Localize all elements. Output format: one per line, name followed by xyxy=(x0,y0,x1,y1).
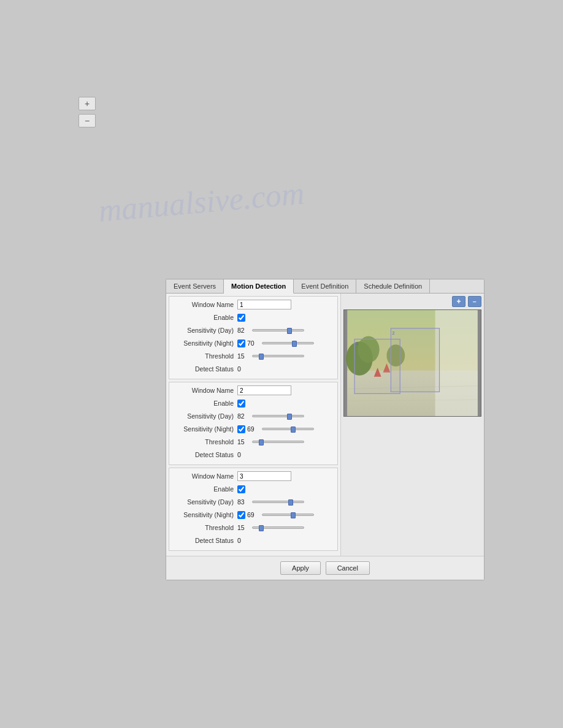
top-add-button[interactable]: + xyxy=(79,97,96,110)
label-threshold-3: Threshold xyxy=(173,524,237,531)
label-detect-status-2: Detect Status xyxy=(173,451,237,458)
preview-remove-button[interactable]: − xyxy=(468,296,481,307)
tab-event-definition[interactable]: Event Definition xyxy=(294,279,356,293)
slider-sens-night-1[interactable] xyxy=(262,342,334,344)
value-threshold-2: 15 xyxy=(237,438,250,446)
svg-rect-9 xyxy=(391,328,439,392)
value-sens-day-1: 82 xyxy=(237,327,250,334)
preview-column: + − xyxy=(341,294,484,556)
value-detect-status-2: 0 xyxy=(237,451,250,458)
label-threshold-2: Threshold xyxy=(173,438,237,446)
label-detect-status-1: Detect Status xyxy=(173,365,237,373)
tab-event-servers[interactable]: Event Servers xyxy=(166,279,224,293)
value-sens-night-3: 69 xyxy=(247,511,259,518)
checkbox-sens-night-3[interactable] xyxy=(237,511,245,519)
value-detect-status-1: 0 xyxy=(237,365,250,373)
label-sens-night-2: Sensitivity (Night) xyxy=(173,425,237,433)
checkbox-enable-2[interactable] xyxy=(237,400,245,408)
label-enable-2: Enable xyxy=(173,400,237,407)
label-sens-day-1: Sensitivity (Day) xyxy=(173,327,237,334)
detection-panel-1: Window Name Enable Sensitivity (Day) 82 xyxy=(169,296,338,379)
cancel-button[interactable]: Cancel xyxy=(326,561,370,575)
label-enable-1: Enable xyxy=(173,314,237,321)
value-sens-day-2: 82 xyxy=(237,412,250,420)
detection-panel-3: Window Name Enable Sensitivity (Day) 83 xyxy=(169,468,338,551)
slider-sens-night-2[interactable] xyxy=(262,428,334,430)
checkbox-sens-night-1[interactable] xyxy=(237,339,245,347)
slider-threshold-1[interactable] xyxy=(252,355,334,357)
label-sens-night-3: Sensitivity (Night) xyxy=(173,511,237,518)
value-threshold-3: 15 xyxy=(237,524,250,531)
tab-schedule-definition[interactable]: Schedule Definition xyxy=(356,279,430,293)
label-window-name-2: Window Name xyxy=(173,387,237,394)
slider-sens-day-3[interactable] xyxy=(252,501,334,503)
top-button-group: + − xyxy=(79,97,96,127)
label-sens-night-1: Sensitivity (Night) xyxy=(173,339,237,347)
value-sens-night-2: 69 xyxy=(247,425,259,433)
checkbox-enable-3[interactable] xyxy=(237,485,245,493)
slider-sens-night-3[interactable] xyxy=(262,514,334,516)
form-column: Window Name Enable Sensitivity (Day) 82 xyxy=(166,294,341,556)
slider-sens-day-1[interactable] xyxy=(252,329,334,332)
input-window-name-1[interactable] xyxy=(237,300,291,309)
svg-text:1: 1 xyxy=(356,341,358,346)
value-detect-status-3: 0 xyxy=(237,537,250,544)
tab-bar: Event Servers Motion Detection Event Def… xyxy=(166,279,484,294)
content-area: Window Name Enable Sensitivity (Day) 82 xyxy=(166,294,484,556)
slider-threshold-2[interactable] xyxy=(252,441,334,443)
main-panel: Event Servers Motion Detection Event Def… xyxy=(166,279,484,580)
action-bar: Apply Cancel xyxy=(166,556,484,580)
slider-threshold-3[interactable] xyxy=(252,526,334,529)
value-sens-night-1: 70 xyxy=(247,339,259,347)
tab-motion-detection[interactable]: Motion Detection xyxy=(224,279,294,294)
input-window-name-2[interactable] xyxy=(237,385,291,395)
label-sens-day-3: Sensitivity (Day) xyxy=(173,498,237,506)
checkbox-enable-1[interactable] xyxy=(237,314,245,322)
svg-text:2: 2 xyxy=(392,330,394,336)
camera-preview: 1 2 xyxy=(343,309,481,417)
checkbox-sens-night-2[interactable] xyxy=(237,425,245,433)
input-window-name-3[interactable] xyxy=(237,471,291,481)
preview-toolbar: + − xyxy=(343,296,481,307)
apply-button[interactable]: Apply xyxy=(280,561,321,575)
label-threshold-1: Threshold xyxy=(173,352,237,360)
value-sens-day-3: 83 xyxy=(237,498,250,506)
value-threshold-1: 15 xyxy=(237,352,250,360)
detection-panel-2: Window Name Enable Sensitivity (Day) 82 xyxy=(169,382,338,465)
preview-add-button[interactable]: + xyxy=(452,296,465,307)
slider-sens-day-2[interactable] xyxy=(252,415,334,417)
watermark: manualsive.com xyxy=(97,175,305,229)
label-window-name-3: Window Name xyxy=(173,472,237,480)
label-enable-3: Enable xyxy=(173,485,237,493)
label-detect-status-3: Detect Status xyxy=(173,537,237,544)
top-remove-button[interactable]: − xyxy=(79,114,96,127)
label-window-name-1: Window Name xyxy=(173,301,237,308)
label-sens-day-2: Sensitivity (Day) xyxy=(173,412,237,420)
